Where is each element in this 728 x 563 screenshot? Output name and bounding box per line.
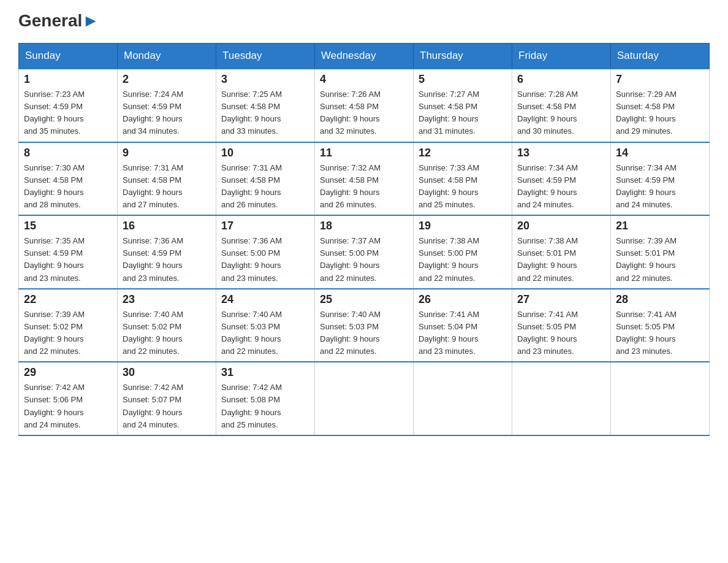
calendar-cell: 25 Sunrise: 7:40 AMSunset: 5:03 PMDaylig… [315,289,414,362]
day-number: 25 [320,293,408,306]
day-number: 29 [24,366,112,379]
calendar-cell [414,362,512,435]
day-number: 20 [517,220,605,232]
logo-triangle-icon: ► [82,11,99,30]
calendar-cell [512,362,611,435]
day-info: Sunrise: 7:38 AMSunset: 5:00 PMDaylight:… [419,236,479,282]
calendar-cell: 2 Sunrise: 7:24 AMSunset: 4:59 PMDayligh… [118,69,216,142]
day-number: 31 [221,366,309,379]
day-number: 21 [616,220,704,232]
calendar-cell: 23 Sunrise: 7:40 AMSunset: 5:02 PMDaylig… [118,289,216,362]
calendar-cell: 7 Sunrise: 7:29 AMSunset: 4:58 PMDayligh… [611,69,710,142]
page-header: General► [18,12,710,31]
day-number: 22 [24,293,112,306]
day-info: Sunrise: 7:42 AMSunset: 5:07 PMDaylight:… [123,383,183,429]
calendar-cell: 18 Sunrise: 7:37 AMSunset: 5:00 PMDaylig… [315,215,414,289]
day-number: 12 [419,147,507,159]
day-number: 8 [24,147,112,159]
calendar-week-4: 22 Sunrise: 7:39 AMSunset: 5:02 PMDaylig… [19,289,710,362]
day-number: 3 [221,73,309,86]
calendar-week-3: 15 Sunrise: 7:35 AMSunset: 4:59 PMDaylig… [19,215,710,289]
day-number: 23 [123,293,211,306]
calendar-week-2: 8 Sunrise: 7:30 AMSunset: 4:58 PMDayligh… [19,142,710,216]
day-number: 19 [419,220,507,232]
calendar-cell: 14 Sunrise: 7:34 AMSunset: 4:59 PMDaylig… [611,142,710,216]
day-number: 7 [616,73,704,86]
calendar-cell [315,362,414,435]
day-number: 16 [123,220,211,232]
day-info: Sunrise: 7:40 AMSunset: 5:03 PMDaylight:… [221,310,282,356]
calendar-cell: 31 Sunrise: 7:42 AMSunset: 5:08 PMDaylig… [216,362,315,435]
day-info: Sunrise: 7:31 AMSunset: 4:58 PMDaylight:… [123,163,183,209]
calendar-table: SundayMondayTuesdayWednesdayThursdayFrid… [18,43,710,436]
day-number: 5 [419,73,507,86]
calendar-cell: 8 Sunrise: 7:30 AMSunset: 4:58 PMDayligh… [19,142,118,216]
calendar-cell: 24 Sunrise: 7:40 AMSunset: 5:03 PMDaylig… [216,289,315,362]
day-info: Sunrise: 7:23 AMSunset: 4:59 PMDaylight:… [24,90,85,136]
day-number: 17 [221,220,309,232]
day-info: Sunrise: 7:42 AMSunset: 5:06 PMDaylight:… [24,383,85,429]
day-number: 26 [419,293,507,306]
day-info: Sunrise: 7:24 AMSunset: 4:59 PMDaylight:… [123,90,183,136]
logo-line1: General► [18,12,99,29]
day-number: 28 [616,293,704,306]
calendar-cell: 4 Sunrise: 7:26 AMSunset: 4:58 PMDayligh… [315,69,414,142]
calendar-cell: 27 Sunrise: 7:41 AMSunset: 5:05 PMDaylig… [512,289,611,362]
day-info: Sunrise: 7:34 AMSunset: 4:59 PMDaylight:… [616,163,677,209]
calendar-cell: 21 Sunrise: 7:39 AMSunset: 5:01 PMDaylig… [611,215,710,289]
day-number: 1 [24,73,112,86]
day-number: 24 [221,293,309,306]
calendar-cell: 6 Sunrise: 7:28 AMSunset: 4:58 PMDayligh… [512,69,611,142]
calendar-week-5: 29 Sunrise: 7:42 AMSunset: 5:06 PMDaylig… [19,362,710,435]
day-info: Sunrise: 7:41 AMSunset: 5:05 PMDaylight:… [616,310,677,356]
day-info: Sunrise: 7:37 AMSunset: 5:00 PMDaylight:… [320,236,381,282]
calendar-cell: 10 Sunrise: 7:31 AMSunset: 4:58 PMDaylig… [216,142,315,216]
calendar-cell: 5 Sunrise: 7:27 AMSunset: 4:58 PMDayligh… [414,69,512,142]
day-number: 27 [517,293,605,306]
calendar-cell: 19 Sunrise: 7:38 AMSunset: 5:00 PMDaylig… [414,215,512,289]
day-info: Sunrise: 7:33 AMSunset: 4:58 PMDaylight:… [419,163,479,209]
day-info: Sunrise: 7:30 AMSunset: 4:58 PMDaylight:… [24,163,85,209]
calendar-cell [611,362,710,435]
day-info: Sunrise: 7:35 AMSunset: 4:59 PMDaylight:… [24,236,85,282]
day-info: Sunrise: 7:41 AMSunset: 5:04 PMDaylight:… [419,310,479,356]
day-info: Sunrise: 7:32 AMSunset: 4:58 PMDaylight:… [320,163,381,209]
calendar-cell: 11 Sunrise: 7:32 AMSunset: 4:58 PMDaylig… [315,142,414,216]
day-number: 6 [517,73,605,86]
day-info: Sunrise: 7:31 AMSunset: 4:58 PMDaylight:… [221,163,282,209]
calendar-header-row: SundayMondayTuesdayWednesdayThursdayFrid… [19,44,710,69]
day-number: 30 [123,366,211,379]
col-header-tuesday: Tuesday [216,44,315,69]
calendar-cell: 28 Sunrise: 7:41 AMSunset: 5:05 PMDaylig… [611,289,710,362]
day-info: Sunrise: 7:25 AMSunset: 4:58 PMDaylight:… [221,90,282,136]
day-info: Sunrise: 7:36 AMSunset: 4:59 PMDaylight:… [123,236,183,282]
calendar-cell: 16 Sunrise: 7:36 AMSunset: 4:59 PMDaylig… [118,215,216,289]
day-info: Sunrise: 7:41 AMSunset: 5:05 PMDaylight:… [517,310,578,356]
calendar-cell: 15 Sunrise: 7:35 AMSunset: 4:59 PMDaylig… [19,215,118,289]
day-number: 10 [221,147,309,159]
day-info: Sunrise: 7:34 AMSunset: 4:59 PMDaylight:… [517,163,578,209]
calendar-week-1: 1 Sunrise: 7:23 AMSunset: 4:59 PMDayligh… [19,69,710,142]
col-header-monday: Monday [118,44,216,69]
col-header-wednesday: Wednesday [315,44,414,69]
logo: General► [18,12,99,31]
day-info: Sunrise: 7:29 AMSunset: 4:58 PMDaylight:… [616,90,677,136]
day-number: 15 [24,220,112,232]
day-number: 11 [320,147,408,159]
calendar-cell: 29 Sunrise: 7:42 AMSunset: 5:06 PMDaylig… [19,362,118,435]
col-header-sunday: Sunday [19,44,118,69]
day-number: 13 [517,147,605,159]
day-info: Sunrise: 7:40 AMSunset: 5:02 PMDaylight:… [123,310,183,356]
calendar-cell: 1 Sunrise: 7:23 AMSunset: 4:59 PMDayligh… [19,69,118,142]
calendar-cell: 17 Sunrise: 7:36 AMSunset: 5:00 PMDaylig… [216,215,315,289]
day-number: 14 [616,147,704,159]
day-info: Sunrise: 7:28 AMSunset: 4:58 PMDaylight:… [517,90,578,136]
calendar-cell: 22 Sunrise: 7:39 AMSunset: 5:02 PMDaylig… [19,289,118,362]
day-number: 2 [123,73,211,86]
day-info: Sunrise: 7:39 AMSunset: 5:01 PMDaylight:… [616,236,677,282]
day-info: Sunrise: 7:42 AMSunset: 5:08 PMDaylight:… [221,383,282,429]
day-info: Sunrise: 7:40 AMSunset: 5:03 PMDaylight:… [320,310,381,356]
day-info: Sunrise: 7:39 AMSunset: 5:02 PMDaylight:… [24,310,85,356]
calendar-cell: 30 Sunrise: 7:42 AMSunset: 5:07 PMDaylig… [118,362,216,435]
calendar-cell: 26 Sunrise: 7:41 AMSunset: 5:04 PMDaylig… [414,289,512,362]
